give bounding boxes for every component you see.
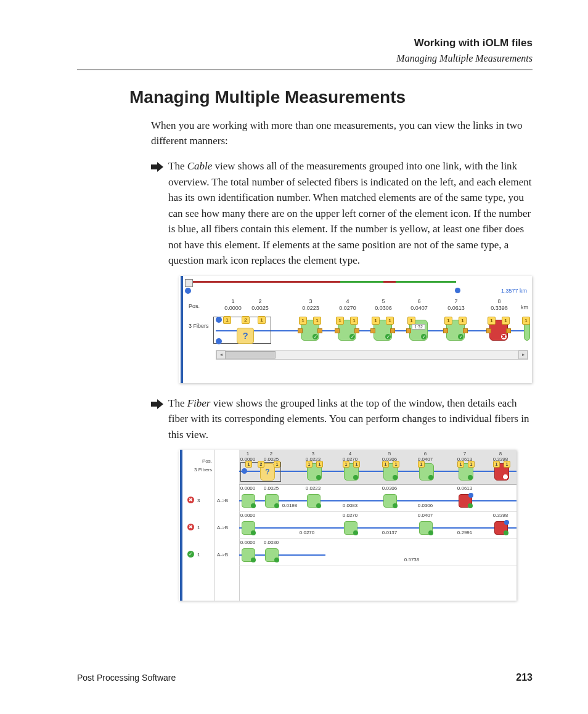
position-value: 0.0306 [375,456,404,462]
count-badge: 1 [386,317,394,325]
tracks-area: Pos. 3 Fibers 10.000020.002530.022340.02… [239,450,517,601]
pass-tick-icon [316,475,321,480]
position-index: 7 [441,298,472,304]
element-splitter: 1 1:32 ✓ [409,320,428,341]
position-value: 0.3398 [493,513,508,518]
header-rule [77,69,533,70]
pos-label: Pos. [189,303,200,309]
count-badge: 1 [459,317,467,325]
fiber-number: 1 [197,552,200,558]
element-pass: 1 1 ✓ [446,320,465,341]
position-value: 0.0000 [240,485,255,491]
bullet-arrow-icon [151,160,168,172]
count-badge: 1 [353,461,360,468]
pass-tick-icon [316,503,321,508]
element-fail: 11 [494,463,509,481]
position-column: 30.0223 [299,451,327,462]
element-edge: 1 [524,320,530,341]
pass-tick-icon [251,558,256,562]
connector-stub [335,328,340,333]
element-pass [265,548,279,562]
position-index: 4 [332,298,363,304]
fiber-direction: A->B [217,498,228,503]
connector-stub [317,328,322,333]
endpoint-a-dot-icon [185,288,191,294]
position-index: 7 [451,451,479,456]
endpoint-b-icon [455,288,460,293]
bullet-arrow-icon [151,397,168,409]
count-badge: 1 [299,317,307,325]
count-badge: 1 [444,317,452,325]
element-pass [242,548,255,562]
count-badge: 1 [343,461,349,468]
scroll-thumb[interactable] [225,351,276,359]
position-value: 0.0223 [299,456,327,462]
position-value: 0.0000 [240,540,255,545]
count-badge: 1 [316,461,323,468]
intro-paragraph: When you are working with more than one … [151,118,533,148]
position-value: 0.0030 [264,540,279,545]
position-column: 50.0306 [375,451,404,462]
position-index: 4 [336,451,364,456]
element-pass: 11 [383,463,398,481]
pass-tick-icon: ✓ [385,334,391,339]
count-badge: 1 [306,461,312,468]
count-badge: 1 [468,461,475,468]
pass-tick-icon [428,530,433,535]
vertical-accent-bar [181,276,183,383]
connector-stub [443,328,448,333]
count-badge: 1 [502,317,510,325]
count-badge: 1 [393,461,399,468]
element-pass: 1 1 ✓ [301,320,319,341]
element-pass: 11 [459,463,473,481]
fiber-direction: A->B [217,525,228,530]
count-badge: 2 [258,461,264,468]
element-pass: 11 [344,463,359,481]
splitter-ratio: 1:32 [412,324,425,330]
connector-stub [390,328,395,333]
pass-tick-icon [393,503,398,508]
scroll-left-icon[interactable]: ◂ [216,351,226,359]
scroll-right-icon[interactable]: ▸ [518,351,528,359]
figure-fiber-view: Pos. 3 Fibers 10.000020.002530.022340.02… [179,450,517,601]
overview-seg-pass2 [396,281,456,283]
question-mark-icon: ? [237,328,254,344]
pass-tick-icon [468,475,473,480]
fiber-direction: A->B [217,552,228,558]
element-pass [419,521,433,535]
info-icon [504,520,509,525]
bullet-text: The Cable view shows all of the measurem… [168,158,533,269]
pass-tick-icon: ✓ [458,334,463,339]
count-badge: 1 [457,461,464,468]
position-value: 0.0025 [264,485,279,491]
page-footer: Post Processing Software 213 [77,672,533,683]
pass-tick-icon [468,503,473,508]
position-index: 3 [295,298,326,304]
connector-stub [406,328,411,333]
position-values: 0.00000.02700.04070.3398 [239,513,517,519]
connector-stub [354,328,359,333]
chapter-title: Working with iOLM files [77,37,533,49]
position-index: 3 [299,451,327,456]
position-value: 0.0306 [368,305,399,311]
svg-marker-0 [151,162,163,172]
position-values: 0.00000.00250.02230.03060.0613 [239,485,517,492]
page-header: Working with iOLM files Managing Multipl… [77,37,533,64]
segment-length: 0.0083 [343,503,357,508]
pos-label: Pos. [190,458,212,464]
element-pass [344,521,357,535]
position-value: 0.0613 [457,485,472,491]
position-columns: 10.000020.002530.022340.027050.030660.04… [216,298,528,317]
pass-tick-icon: ✓ [349,334,355,339]
horizontal-scrollbar[interactable]: ◂ ▸ [216,350,528,360]
section-title: Managing Multiple Measurements [129,87,533,107]
pass-tick-icon: ✓ [312,334,318,339]
position-values: 0.00000.0030 [239,540,517,546]
count-badge: 1 [245,461,252,468]
segment-length: 0.0137 [382,530,397,535]
count-badge: 1 [382,461,389,468]
count-badge: 1 [313,317,321,325]
bullet-item: The Fiber view shows the grouped links a… [151,397,533,443]
pass-tick-icon [274,503,279,508]
overview-seg-pass [340,281,383,283]
